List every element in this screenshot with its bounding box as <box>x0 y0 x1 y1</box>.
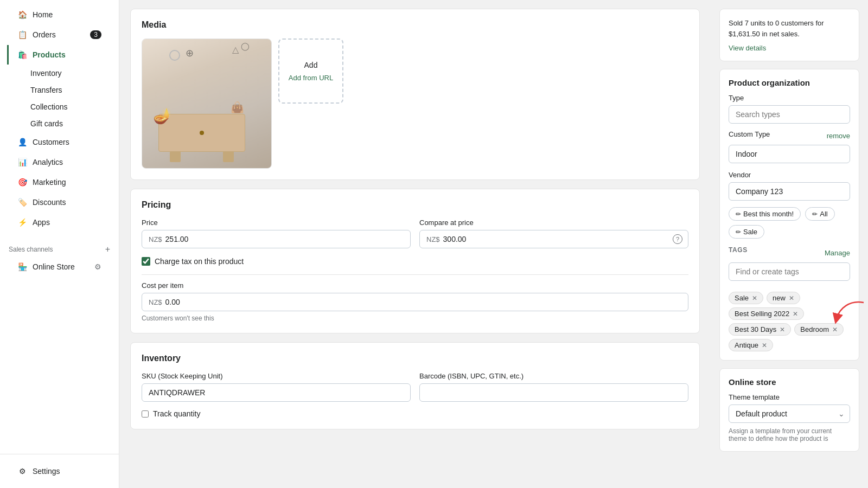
online-store-card: Online store Theme template Default prod… <box>719 368 859 452</box>
pen-icon-3: ✏ <box>736 228 741 236</box>
right-panel: Sold 7 units to 0 customers for $1,631.5… <box>711 0 868 488</box>
cost-input-wrapper: NZ$ <box>142 293 688 311</box>
media-main-image[interactable]: ⊕ △ ◯ 🪔 👜 <box>142 38 272 169</box>
custom-type-label: Custom Type <box>729 130 770 138</box>
online-store-settings-icon[interactable]: ⚙ <box>94 262 101 271</box>
price-label: Price <box>142 219 411 227</box>
sidebar-label-analytics: Analytics <box>33 158 63 166</box>
pricing-card-title: Pricing <box>142 200 688 210</box>
tag-btn-all[interactable]: ✏ All <box>805 207 834 221</box>
sidebar-label-discounts: Discounts <box>33 198 66 207</box>
add-media-button[interactable]: Add <box>304 61 318 69</box>
media-grid: ⊕ △ ◯ 🪔 👜 <box>142 38 688 169</box>
barcode-field: Barcode (ISBN, UPC, GTIN, etc.) <box>419 372 688 402</box>
tag-chip-sale: Sale ✕ <box>729 292 763 304</box>
sidebar-item-customers[interactable]: 👤 Customers <box>9 132 110 152</box>
tag-btn-best-this-month[interactable]: ✏ Best this month! <box>729 207 801 221</box>
media-add-box[interactable]: Add Add from URL <box>278 38 343 104</box>
add-sales-channel-icon[interactable]: + <box>105 245 110 254</box>
tag-chip-best-30-remove[interactable]: ✕ <box>780 326 785 333</box>
tag-chip-new-remove[interactable]: ✕ <box>789 294 794 302</box>
analytics-icon: 📊 <box>17 157 27 167</box>
inventory-card-title: Inventory <box>142 354 688 363</box>
sku-label: SKU (Stock Keeping Unit) <box>142 372 411 380</box>
price-input[interactable] <box>165 235 404 243</box>
compare-price-input-wrapper: NZ$ ? <box>419 230 688 248</box>
sales-channels-section: Sales channels + <box>0 237 119 256</box>
cost-label: Cost per item <box>142 281 688 290</box>
cost-input[interactable] <box>165 298 681 306</box>
tags-header-row: TAGS Manage <box>729 246 850 259</box>
media-card: Media ⊕ △ ◯ <box>130 9 700 180</box>
vendor-input[interactable] <box>729 182 850 201</box>
barcode-input[interactable] <box>419 383 688 402</box>
content-area: Media ⊕ △ ◯ <box>119 0 711 488</box>
sidebar-item-apps[interactable]: ⚡ Apps <box>9 213 110 232</box>
add-from-url-link[interactable]: Add from URL <box>289 74 333 82</box>
sidebar-sub-transfers[interactable]: Transfers <box>9 82 110 98</box>
charge-tax-row: Charge tax on this product <box>142 257 688 266</box>
type-search-input[interactable] <box>729 105 850 124</box>
theme-template-select[interactable]: Default product Alternative product Land… <box>729 404 850 423</box>
sku-field: SKU (Stock Keeping Unit) <box>142 372 411 402</box>
sidebar-item-home[interactable]: 🏠 Home <box>9 5 110 24</box>
view-details-link[interactable]: View details <box>729 44 766 52</box>
sidebar-item-marketing[interactable]: 🎯 Marketing <box>9 172 110 192</box>
pricing-divider <box>142 274 688 275</box>
tag-chip-new-label: new <box>773 294 786 302</box>
track-qty-label: Track quantity <box>153 409 200 418</box>
sidebar-item-orders[interactable]: 📋 Orders 3 <box>9 25 110 44</box>
sales-stat-card: Sold 7 units to 0 customers for $1,631.5… <box>719 9 859 61</box>
sidebar-sub-collections[interactable]: Collections <box>9 99 110 115</box>
tag-chip-best-selling-2022: Best Selling 2022 ✕ <box>729 307 804 320</box>
track-qty-checkbox[interactable] <box>142 410 149 418</box>
type-label: Type <box>729 94 850 102</box>
tag-chip-antique-label: Antique <box>735 341 758 349</box>
sidebar-sub-gift-cards[interactable]: Gift cards <box>9 115 110 132</box>
tag-suggestion-buttons: ✏ Best this month! ✏ All ✏ Sale <box>729 207 850 239</box>
manage-tags-link[interactable]: Manage <box>825 249 850 257</box>
apps-icon: ⚡ <box>17 217 27 227</box>
sku-input[interactable] <box>142 383 411 402</box>
media-card-title: Media <box>142 20 688 30</box>
orders-icon: 📋 <box>17 30 27 40</box>
sidebar-sub-inventory[interactable]: Inventory <box>9 65 110 81</box>
sidebar-item-discounts[interactable]: 🏷️ Discounts <box>9 192 110 212</box>
tag-chip-antique-remove[interactable]: ✕ <box>762 342 767 349</box>
custom-type-input[interactable] <box>729 145 850 163</box>
tag-chip-sale-remove[interactable]: ✕ <box>752 294 757 302</box>
vendor-label: Vendor <box>729 171 850 179</box>
sidebar-item-online-store[interactable]: 🏪 Online Store ⚙ <box>9 257 110 277</box>
marketing-icon: 🎯 <box>17 177 27 187</box>
tag-chip-bedroom: Bedroom ✕ <box>794 323 844 336</box>
tag-chip-best-selling-remove[interactable]: ✕ <box>793 310 798 318</box>
sidebar-label-customers: Customers <box>33 138 69 146</box>
sidebar: 🏠 Home 📋 Orders 3 🛍️ Products Inventory … <box>0 0 119 488</box>
discounts-icon: 🏷️ <box>17 197 27 207</box>
cost-field: Cost per item NZ$ Customers won't see th… <box>142 281 688 322</box>
charge-tax-label: Charge tax on this product <box>155 257 244 266</box>
remove-custom-type-link[interactable]: remove <box>827 132 850 140</box>
sidebar-label-marketing: Marketing <box>33 178 66 187</box>
customers-icon: 👤 <box>17 137 27 147</box>
sidebar-item-settings[interactable]: ⚙ Settings <box>9 461 110 481</box>
tag-chip-bedroom-remove[interactable]: ✕ <box>832 326 838 333</box>
help-icon[interactable]: ? <box>673 234 682 244</box>
tags-chips-container: Sale ✕ new ✕ Best Selling 2022 ✕ Best 30… <box>729 292 850 351</box>
sidebar-label-online-store: Online Store <box>33 262 75 271</box>
sidebar-label-products: Products <box>33 50 66 59</box>
home-icon: 🏠 <box>17 10 27 20</box>
main-area: Media ⊕ △ ◯ <box>119 0 868 488</box>
tag-btn-sale[interactable]: ✏ Sale <box>729 225 764 239</box>
inventory-fields-row: SKU (Stock Keeping Unit) Barcode (ISBN, … <box>142 372 688 402</box>
track-qty-row: Track quantity <box>142 409 688 418</box>
pen-icon-2: ✏ <box>812 210 818 218</box>
tags-search-input[interactable] <box>729 262 850 281</box>
charge-tax-checkbox[interactable] <box>142 257 150 266</box>
sidebar-item-products[interactable]: 🛍️ Products <box>7 45 110 65</box>
sidebar-label-apps: Apps <box>33 218 50 227</box>
compare-price-input[interactable] <box>443 235 681 243</box>
tag-btn-best-month-label: Best this month! <box>743 210 794 218</box>
product-org-card: Product organization Type Custom Type re… <box>719 69 859 361</box>
sidebar-item-analytics[interactable]: 📊 Analytics <box>9 152 110 172</box>
